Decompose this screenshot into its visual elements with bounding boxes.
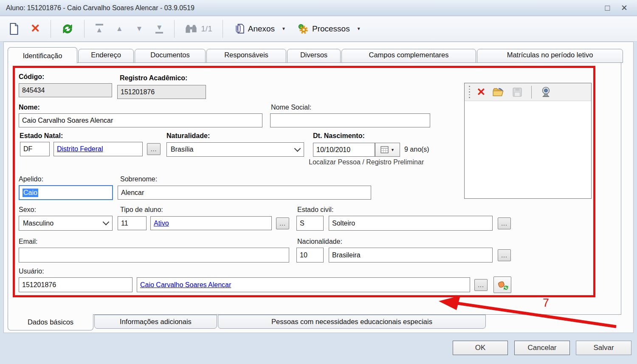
main-tabstrip: Identificação Endereço Documentos Respon… xyxy=(8,47,623,63)
nav-previous-icon: ▲ xyxy=(116,25,123,32)
chevron-down-icon xyxy=(103,219,110,226)
toolbar-separator xyxy=(51,20,51,38)
previous-record-button[interactable]: ▲ xyxy=(113,24,127,33)
estado-civil-name-field[interactable]: Solteiro xyxy=(329,216,493,231)
sobrenome-field[interactable]: Alencar xyxy=(118,186,371,200)
usuario-lookup-button[interactable]: ... xyxy=(474,279,488,291)
anexos-dropdown[interactable]: Anexos ▼ xyxy=(231,21,288,36)
sobrenome-label: Sobrenome: xyxy=(120,175,157,183)
close-button[interactable]: ✕ xyxy=(621,4,628,12)
search-records-button[interactable]: 1/1 xyxy=(182,22,214,36)
estado-natal-link[interactable]: Distrito Federal xyxy=(57,145,103,153)
student-photo-panel: ✕ xyxy=(464,83,592,199)
chevron-down-icon xyxy=(294,145,301,152)
delete-record-button[interactable]: ✕ xyxy=(28,21,43,36)
dt-nascimento-calendar-button[interactable]: ▼ xyxy=(375,143,400,157)
estado-natal-label: Estado Natal: xyxy=(20,132,63,140)
usuario-name-field: Caio Carvalho Soares Alencar xyxy=(137,277,470,292)
open-folder-icon xyxy=(492,87,505,98)
nome-social-label: Nome Social: xyxy=(271,104,311,111)
nome-social-field[interactable] xyxy=(270,113,430,127)
tab-informacoes-adicionais[interactable]: Informações adicionais xyxy=(94,315,217,329)
idade-text: 9 ano(s) xyxy=(404,146,429,153)
email-field[interactable] xyxy=(19,248,289,262)
estado-civil-label: Estado civil: xyxy=(297,206,333,214)
tipo-aluno-label: Tipo de aluno: xyxy=(120,206,163,214)
tab-endereco[interactable]: Endereço xyxy=(78,49,134,63)
tab-identificacao[interactable]: Identificação xyxy=(8,47,77,63)
first-record-button[interactable]: ▲ xyxy=(92,23,107,34)
email-label: Email: xyxy=(19,238,37,245)
tab-documentos[interactable]: Documentos xyxy=(135,49,206,63)
save-button[interactable]: Salvar xyxy=(576,341,631,355)
nav-next-icon: ▼ xyxy=(135,25,143,32)
photo-save-button[interactable] xyxy=(512,87,523,98)
attachment-icon xyxy=(233,23,245,34)
estado-civil-lookup-button[interactable]: ... xyxy=(498,217,511,229)
estado-natal-lookup-button[interactable]: ... xyxy=(147,143,161,155)
photo-delete-button[interactable]: ✕ xyxy=(477,87,486,97)
usuario-field[interactable]: 151201876 xyxy=(19,277,132,292)
tab-dados-basicos[interactable]: Dados básicos xyxy=(8,314,93,330)
photo-toolbar-separator xyxy=(531,86,532,99)
ok-button[interactable]: OK xyxy=(453,341,508,355)
binoculars-icon xyxy=(185,23,197,34)
calendar-icon xyxy=(381,146,389,153)
tab-matriculas-periodo-letivo[interactable]: Matrículas no período letivo xyxy=(477,49,623,63)
naturalidade-combobox[interactable]: Brasília xyxy=(166,142,304,157)
processos-caret-icon: ▼ xyxy=(357,26,361,31)
record-counter: 1/1 xyxy=(201,24,212,34)
toolbar-separator xyxy=(223,20,223,38)
tipo-aluno-code-field[interactable]: 11 xyxy=(118,216,147,230)
sexo-combobox[interactable]: Masculino xyxy=(19,216,113,231)
apelido-field[interactable]: Caio xyxy=(19,185,113,200)
tab-responsaveis[interactable]: Responsáveis xyxy=(206,49,286,63)
dt-nascimento-field[interactable]: 10/10/2010 xyxy=(313,143,375,157)
tipo-aluno-name-field: Ativo xyxy=(150,216,272,230)
maximize-button[interactable]: □ xyxy=(605,4,610,12)
toolbar-separator xyxy=(84,20,85,38)
usuario-label: Usuário: xyxy=(19,268,44,275)
nome-label: Nome: xyxy=(19,104,40,111)
refresh-button[interactable] xyxy=(59,21,76,37)
nacionalidade-lookup-button[interactable]: ... xyxy=(498,249,511,261)
usuario-link[interactable]: Caio Carvalho Soares Alencar xyxy=(140,281,231,289)
registro-academico-label: Registro Acadêmico: xyxy=(120,74,187,82)
estado-natal-name-field: Distrito Federal xyxy=(54,142,143,156)
aluno-window: Aluno: 151201876 - Caio Carvalho Soares … xyxy=(0,0,637,364)
calendar-caret-icon: ▼ xyxy=(391,148,395,152)
new-record-button[interactable] xyxy=(6,21,22,37)
last-record-button[interactable]: ▼ xyxy=(152,23,166,34)
codigo-field[interactable]: 845434 xyxy=(19,83,112,97)
nav-first-icon xyxy=(96,24,103,25)
bottom-tabstrip: Dados básicos Informações adicionais Pes… xyxy=(8,315,486,331)
sexo-label: Sexo: xyxy=(19,206,36,214)
tipo-aluno-lookup-button[interactable]: ... xyxy=(276,217,289,229)
next-record-button[interactable]: ▼ xyxy=(132,24,146,33)
nacionalidade-label: Nacionalidade: xyxy=(297,238,342,245)
tab-diversos[interactable]: Diversos xyxy=(287,49,341,63)
usuario-sync-button[interactable] xyxy=(493,277,511,293)
estado-civil-code-field[interactable]: S xyxy=(296,216,324,231)
title-bar: Aluno: 151201876 - Caio Carvalho Soares … xyxy=(0,0,637,16)
photo-webcam-button[interactable] xyxy=(540,86,552,98)
localizar-pessoa-link[interactable]: Localizar Pessoa / Registro Preliminar xyxy=(309,158,424,166)
sync-user-icon xyxy=(497,279,508,291)
toolbar-grip-icon xyxy=(469,86,470,98)
tab-necessidades-especiais[interactable]: Pessoas com necessidades educacionais es… xyxy=(218,315,486,329)
nome-field[interactable]: Caio Carvalho Soares Alencar xyxy=(19,113,262,127)
photo-open-button[interactable] xyxy=(492,87,505,98)
naturalidade-label: Naturalidade: xyxy=(166,132,210,140)
window-title: Aluno: 151201876 - Caio Carvalho Soares … xyxy=(6,4,194,12)
apelido-label: Apelido: xyxy=(19,175,43,183)
nacionalidade-name-field[interactable]: Brasileira xyxy=(329,248,493,262)
estado-natal-code-field[interactable]: DF xyxy=(20,142,50,156)
registro-academico-field[interactable]: 151201876 xyxy=(117,85,206,99)
nacionalidade-code-field[interactable]: 10 xyxy=(296,248,324,262)
cancel-button[interactable]: Cancelar xyxy=(514,341,570,355)
processos-dropdown[interactable]: Processos ▼ xyxy=(294,21,364,37)
new-document-icon xyxy=(8,23,20,35)
codigo-label: Código: xyxy=(19,73,44,81)
tipo-aluno-link[interactable]: Ativo xyxy=(154,220,169,227)
tab-campos-complementares[interactable]: Campos complementares xyxy=(341,49,476,63)
